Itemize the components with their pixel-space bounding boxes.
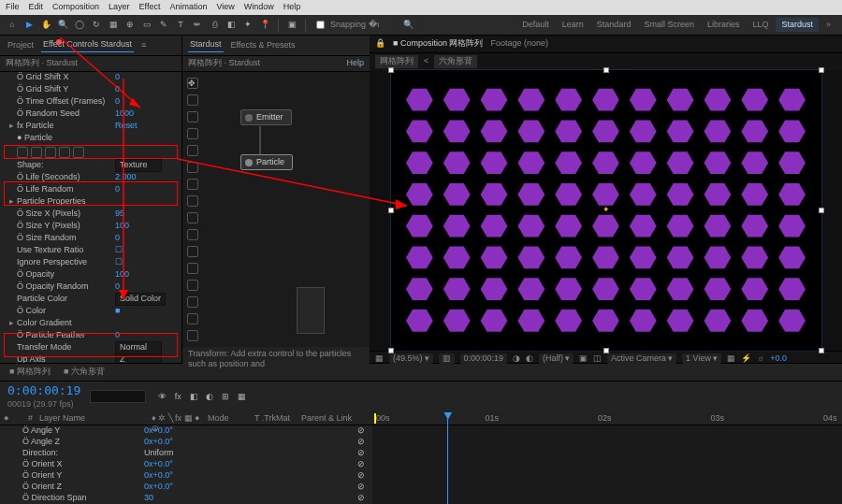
- prop-row[interactable]: Ö Grid Shift Y0: [4, 84, 178, 96]
- nodetool-2-icon[interactable]: [187, 111, 198, 122]
- ws-overflow-icon[interactable]: »: [820, 18, 836, 33]
- col-parent[interactable]: Parent & Link: [298, 413, 356, 424]
- timeline-prop-row[interactable]: Ö Angle Y0x+0.0°⊘: [0, 425, 372, 437]
- camera-select[interactable]: Active Camera ▾: [607, 353, 676, 365]
- prop-value[interactable]: 0: [115, 96, 120, 108]
- prop-value[interactable]: Z: [115, 353, 162, 363]
- snapping-check[interactable]: Snapping �וּ: [312, 18, 379, 32]
- ws-learn[interactable]: Learn: [557, 18, 589, 33]
- prop-row[interactable]: Ö Opacity100: [4, 269, 178, 281]
- tab-effects-presets[interactable]: Effects & Presets: [229, 39, 298, 52]
- roi-icon[interactable]: ▣: [579, 353, 588, 365]
- toggle-icon[interactable]: ◫: [593, 353, 602, 365]
- camera-tool-icon[interactable]: ▦: [107, 19, 120, 32]
- tab-composition[interactable]: ■ Composition 网格阵列: [393, 38, 483, 50]
- ws-libraries[interactable]: Libraries: [702, 18, 746, 33]
- exposure-value[interactable]: +0.0: [770, 353, 787, 365]
- prop-value[interactable]: Reset: [115, 121, 138, 132]
- ws-smallscreen[interactable]: Small Screen: [638, 18, 700, 33]
- prop-row[interactable]: Use Texture Ratio☐: [4, 245, 178, 257]
- stamp-tool-icon[interactable]: ⎙: [208, 19, 221, 32]
- grid-icon[interactable]: ▦: [375, 353, 384, 365]
- fx-icon[interactable]: fx: [171, 390, 184, 403]
- node-canvas[interactable]: Emitter Particle: [203, 72, 370, 347]
- hand-tool-icon[interactable]: ✋: [39, 19, 52, 32]
- prop-value[interactable]: 100: [115, 221, 129, 232]
- col-mode[interactable]: Mode: [204, 413, 251, 424]
- channel-icon[interactable]: ◑: [513, 353, 520, 365]
- prop-value[interactable]: 2.000: [115, 172, 137, 183]
- text-tool-icon[interactable]: T: [174, 19, 187, 32]
- timeline-prop-row[interactable]: Ö Orient Z0x+0.0°⊘: [0, 482, 372, 493]
- timeline-track-area[interactable]: 00s 01s 02s 03s 04s: [372, 412, 842, 504]
- selection-tool-icon[interactable]: ▶: [22, 19, 36, 32]
- nodetool-11-icon[interactable]: [187, 263, 198, 274]
- timeline-layer-list[interactable]: ●# Layer Name ♦ ✲ ╲ fx ▦ ● ⊙ Mode T .Trk…: [0, 412, 372, 504]
- frameblend-icon[interactable]: ◧: [187, 390, 200, 403]
- menu-composition[interactable]: Composition: [52, 2, 99, 13]
- handle-br[interactable]: [819, 348, 824, 353]
- puppet-tool-icon[interactable]: 📍: [258, 19, 271, 32]
- viewport[interactable]: ✦: [370, 70, 842, 351]
- prop-row[interactable]: Ö Size Random0: [4, 233, 178, 245]
- pickwhip-icon[interactable]: ⊘: [357, 448, 365, 459]
- menu-window[interactable]: Window: [244, 2, 274, 13]
- nodetool-10-icon[interactable]: [187, 246, 198, 257]
- prop-row[interactable]: Ö Color■: [4, 306, 178, 318]
- node-particle[interactable]: Particle: [240, 154, 293, 171]
- timeline-prop-row[interactable]: Ö Orient X0x+0.0°⊘: [0, 459, 372, 470]
- prop-value[interactable]: 0: [115, 72, 120, 83]
- prop-row[interactable]: ▸fx ParticleReset: [4, 121, 178, 133]
- crumb-2[interactable]: 六角形背: [434, 55, 477, 68]
- app-menubar[interactable]: File Edit Composition Layer Effect Anima…: [0, 0, 842, 15]
- nodetool-1-icon[interactable]: [187, 94, 198, 106]
- menu-help[interactable]: Help: [283, 2, 301, 13]
- nodetool-7-icon[interactable]: [187, 195, 198, 207]
- tab-stardust[interactable]: Stardust: [188, 38, 224, 52]
- tl-tab-1[interactable]: ■ 网格阵列: [9, 367, 51, 378]
- prop-value[interactable]: ☐: [115, 257, 123, 268]
- shy-icon[interactable]: 👁: [155, 390, 168, 403]
- panel-menu-icon[interactable]: ≡: [141, 40, 146, 51]
- prop-row[interactable]: Particle ColorSolid Color: [4, 294, 178, 306]
- prop-row[interactable]: Up AxisZ: [4, 354, 178, 364]
- pickwhip-icon[interactable]: ⊘: [357, 425, 365, 437]
- pickwhip-icon[interactable]: ⊘: [357, 437, 365, 448]
- menu-view[interactable]: View: [216, 2, 234, 13]
- handle-lc[interactable]: [388, 208, 394, 213]
- prop-value[interactable]: 1000: [115, 108, 134, 120]
- workspace-switcher[interactable]: Default Learn Standard Small Screen Libr…: [516, 18, 836, 33]
- particle-preset-icons[interactable]: [4, 145, 178, 160]
- eraser-tool-icon[interactable]: ◧: [225, 19, 238, 32]
- prop-row[interactable]: Ö Size X (Pixels)95: [4, 209, 178, 221]
- playhead[interactable]: [447, 412, 448, 504]
- help-link[interactable]: Help: [346, 58, 364, 69]
- prop-value[interactable]: ☐: [115, 245, 123, 256]
- anchor-tool-icon[interactable]: ⊕: [123, 19, 137, 32]
- prop-row[interactable]: Ö Grid Shift X0: [4, 72, 178, 84]
- pen-tool-icon[interactable]: ✎: [157, 19, 170, 32]
- tl-prop-value[interactable]: 0x+0.0°: [144, 437, 173, 448]
- tab-effect-controls[interactable]: Effect Controls Stardust: [41, 38, 134, 52]
- alpha-icon[interactable]: ◐: [526, 353, 533, 365]
- nodetool-13-icon[interactable]: [187, 296, 198, 308]
- lock-icon[interactable]: 🔒: [375, 38, 385, 50]
- tl-prop-value[interactable]: 0x+0.0°: [144, 470, 173, 482]
- home-icon[interactable]: ⌂: [6, 19, 19, 32]
- timeline-prop-row[interactable]: Ö Orient Y0x+0.0°⊘: [0, 470, 372, 482]
- resolution-select[interactable]: (Half) ▾: [539, 353, 573, 365]
- roto-tool-icon[interactable]: ✦: [241, 19, 254, 32]
- pickwhip-icon[interactable]: ⊘: [357, 470, 365, 482]
- prop-value[interactable]: ■: [115, 306, 120, 317]
- nodetool-move-icon[interactable]: ✥: [187, 78, 198, 89]
- prop-row[interactable]: Ö Size Y (Pixels)100: [4, 221, 178, 233]
- prop-value[interactable]: Normal: [115, 341, 162, 354]
- prop-row[interactable]: Ignore Perspective☐: [4, 257, 178, 269]
- tl-prop-value[interactable]: 30: [144, 493, 153, 504]
- nodetool-5-icon[interactable]: [187, 162, 198, 173]
- tab-project[interactable]: Project: [6, 39, 36, 52]
- tab-footage[interactable]: Footage (none): [490, 38, 548, 50]
- tl-tab-2[interactable]: ■ 六角形背: [64, 367, 105, 378]
- preset-icon[interactable]: [17, 147, 28, 158]
- nodetool-6-icon[interactable]: [187, 179, 198, 190]
